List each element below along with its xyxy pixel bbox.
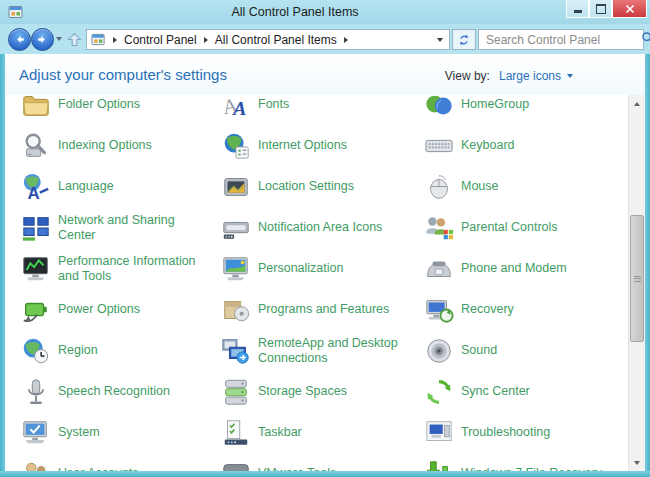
- item-label[interactable]: Phone and Modem: [461, 261, 567, 276]
- view-by-control: View by: Large icons: [445, 69, 573, 83]
- item-label[interactable]: RemoteApp and Desktop Connections: [258, 336, 398, 366]
- address-dropdown-icon[interactable]: [437, 38, 443, 42]
- item-location-settings[interactable]: Location Settings: [205, 166, 408, 207]
- item-folder-options[interactable]: Folder Options: [5, 95, 205, 125]
- item-label[interactable]: Taskbar: [258, 425, 302, 440]
- forward-button[interactable]: [31, 28, 54, 51]
- item-storage-spaces[interactable]: Storage Spaces: [205, 371, 408, 412]
- item-label[interactable]: Performance Information and Tools: [58, 254, 196, 284]
- item-phone-and-modem[interactable]: Phone and Modem: [408, 248, 628, 289]
- thumb-grip: [634, 278, 641, 279]
- programs-box-icon: [221, 295, 251, 325]
- breadcrumb-chevron-icon[interactable]: [204, 37, 208, 43]
- breadcrumb-item-all-items[interactable]: All Control Panel Items: [215, 33, 337, 47]
- item-fonts[interactable]: AAFonts: [205, 95, 408, 125]
- indexing-icon: [21, 131, 51, 161]
- item-personalization[interactable]: Personalization: [205, 248, 408, 289]
- refresh-button[interactable]: [452, 29, 476, 50]
- item-user-accounts[interactable]: User Accounts: [5, 453, 205, 471]
- view-by-value[interactable]: Large icons: [499, 69, 561, 83]
- item-label[interactable]: Storage Spaces: [258, 384, 347, 399]
- vmware-icon: vm: [221, 459, 251, 472]
- breadcrumb-chevron-icon[interactable]: [113, 37, 117, 43]
- item-label[interactable]: Region: [58, 343, 98, 358]
- item-label[interactable]: Power Options: [58, 302, 140, 317]
- language-globe-icon: A: [21, 172, 51, 202]
- item-sound[interactable]: Sound: [408, 330, 628, 371]
- refresh-icon: [457, 33, 471, 47]
- item-speech-recognition[interactable]: Speech Recognition: [5, 371, 205, 412]
- item-label[interactable]: Programs and Features: [258, 302, 389, 317]
- item-language[interactable]: ALanguage: [5, 166, 205, 207]
- window-border-right: [645, 54, 650, 477]
- search-input[interactable]: [479, 33, 641, 47]
- item-vmware-tools[interactable]: vmVMware Tools: [205, 453, 408, 471]
- scroll-up-button[interactable]: [629, 95, 645, 112]
- item-recovery[interactable]: Recovery: [408, 289, 628, 330]
- item-label[interactable]: Personalization: [258, 261, 343, 276]
- item-label[interactable]: Sound: [461, 343, 497, 358]
- item-label[interactable]: Sync Center: [461, 384, 530, 399]
- scrollbar-thumb[interactable]: [630, 215, 644, 342]
- maximize-button[interactable]: [589, 0, 612, 18]
- item-programs-and-features[interactable]: Programs and Features: [205, 289, 408, 330]
- item-label[interactable]: Indexing Options: [58, 138, 152, 153]
- item-homegroup[interactable]: HomeGroup: [408, 95, 628, 125]
- item-performance-information[interactable]: Performance Information and Tools: [5, 248, 205, 289]
- control-panel-window: All Control Panel Items Control Panel Al…: [0, 0, 650, 477]
- up-button[interactable]: [64, 29, 84, 49]
- breadcrumb-item-control-panel[interactable]: Control Panel: [124, 33, 197, 47]
- item-label[interactable]: Recovery: [461, 302, 514, 317]
- network-icon: [21, 213, 51, 243]
- vertical-scrollbar[interactable]: [628, 95, 645, 471]
- notification-area-icon: [221, 213, 251, 243]
- item-windows7-file-recovery[interactable]: Windows 7 File Recovery: [408, 453, 628, 471]
- item-troubleshooting[interactable]: Troubleshooting: [408, 412, 628, 453]
- search-icon[interactable]: [641, 31, 650, 48]
- item-power-options[interactable]: Power Options: [5, 289, 205, 330]
- item-remoteapp-connections[interactable]: RemoteApp and Desktop Connections: [205, 330, 408, 371]
- item-label[interactable]: Speech Recognition: [58, 384, 170, 399]
- item-network-sharing-center[interactable]: Network and Sharing Center: [5, 207, 205, 248]
- item-system[interactable]: System: [5, 412, 205, 453]
- homegroup-icon: [424, 95, 454, 120]
- recent-pages-chevron-icon[interactable]: [56, 37, 62, 41]
- item-label[interactable]: Notification Area Icons: [258, 220, 382, 235]
- back-button[interactable]: [8, 28, 31, 51]
- scroll-down-button[interactable]: [629, 454, 645, 471]
- item-label[interactable]: Parental Controls: [461, 220, 558, 235]
- breadcrumb-chevron-icon[interactable]: [344, 37, 348, 43]
- close-button[interactable]: [612, 0, 647, 18]
- item-label[interactable]: Troubleshooting: [461, 425, 550, 440]
- parental-controls-icon: [424, 213, 454, 243]
- window-title: All Control Panel Items: [60, 5, 530, 19]
- item-indexing-options[interactable]: Indexing Options: [5, 125, 205, 166]
- item-internet-options[interactable]: Internet Options: [205, 125, 408, 166]
- item-label[interactable]: Keyboard: [461, 138, 515, 153]
- item-keyboard[interactable]: Keyboard: [408, 125, 628, 166]
- view-by-dropdown-icon[interactable]: [567, 74, 573, 78]
- minimize-button[interactable]: [566, 0, 589, 18]
- item-label[interactable]: System: [58, 425, 100, 440]
- item-parental-controls[interactable]: Parental Controls: [408, 207, 628, 248]
- back-arrow-icon: [13, 33, 26, 46]
- page-title: Adjust your computer's settings: [19, 66, 227, 83]
- item-label[interactable]: Network and Sharing Center: [58, 213, 175, 243]
- item-region[interactable]: Region: [5, 330, 205, 371]
- item-label[interactable]: HomeGroup: [461, 97, 529, 112]
- item-mouse[interactable]: Mouse: [408, 166, 628, 207]
- titlebar[interactable]: All Control Panel Items: [0, 0, 650, 24]
- item-label[interactable]: Fonts: [258, 97, 289, 112]
- item-label[interactable]: Folder Options: [58, 97, 140, 112]
- window-border-bottom: [0, 471, 650, 477]
- item-label[interactable]: Internet Options: [258, 138, 347, 153]
- item-notification-area-icons[interactable]: Notification Area Icons: [205, 207, 408, 248]
- item-label[interactable]: Location Settings: [258, 179, 354, 194]
- sound-speaker-icon: [424, 336, 454, 366]
- item-sync-center[interactable]: Sync Center: [408, 371, 628, 412]
- control-panel-icon: [91, 32, 106, 47]
- item-label[interactable]: Mouse: [461, 179, 499, 194]
- item-taskbar[interactable]: Taskbar: [205, 412, 408, 453]
- item-label[interactable]: Language: [58, 179, 114, 194]
- taskbar-icon: [221, 418, 251, 448]
